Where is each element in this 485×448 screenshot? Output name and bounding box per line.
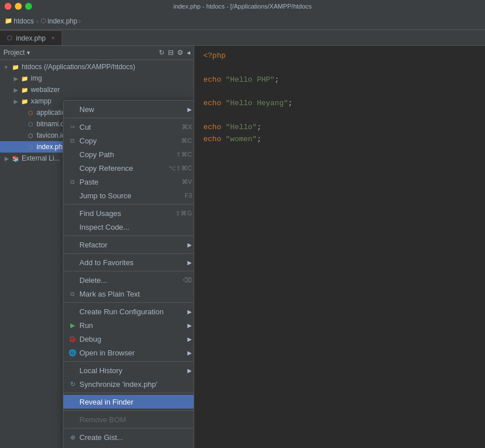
menu-label-run: Run <box>79 321 93 330</box>
file-index-icon: ⬡ <box>26 143 34 151</box>
code-line-4 <box>203 86 476 98</box>
folder-webalizer-icon: 📁 <box>21 86 29 94</box>
window-title: index.php - htdocs - [/Applications/XAMP… <box>173 3 311 10</box>
menu-label-create-run: Create Run Configuration <box>79 307 163 316</box>
context-menu: New ▶ ✂ Cut ⌘X ⧉ Copy ⌘C Copy Path ⇧⌘C <box>63 100 194 448</box>
menu-label-mark-plain: Mark as Plain Text <box>79 290 140 298</box>
menu-item-delete[interactable]: Delete... ⌫ <box>63 273 194 287</box>
menu-item-refactor[interactable]: Refactor ▶ <box>63 238 194 251</box>
cut-icon: ✂ <box>68 123 77 131</box>
tree-label-index: index.php <box>37 143 66 151</box>
menu-arrow-refactor: ▶ <box>187 242 192 248</box>
tree-item-webalizer[interactable]: ▶ 📁 webalizer <box>0 84 194 95</box>
menu-label-local-history: Local History <box>79 366 122 375</box>
panel-dropdown[interactable]: ▾ <box>27 49 30 57</box>
create-gist-icon: ⊕ <box>68 434 77 441</box>
menu-label-copy-reference: Copy Reference <box>79 164 133 173</box>
menu-item-composer[interactable]: Composer ▶ <box>63 444 194 448</box>
tab-icon: ⬡ <box>7 34 13 42</box>
breadcrumb-folder[interactable]: htdocs <box>14 17 34 25</box>
menu-item-debug[interactable]: 🐞 Debug ▶ <box>63 332 194 346</box>
code-line-2 <box>203 62 476 74</box>
menu-label-add-favorites: Add to Favorites <box>79 258 134 267</box>
tree-label-external: External Li... <box>22 154 60 162</box>
menu-item-create-gist[interactable]: ⊕ Create Gist... <box>63 430 194 444</box>
tab-index-php[interactable]: ⬡ index.php × <box>0 30 62 45</box>
code-line-8: echo "women" ; <box>203 134 476 146</box>
folder-xampp-icon: 📁 <box>21 97 29 105</box>
menu-item-run[interactable]: ▶ Run ▶ <box>63 318 194 332</box>
sync-icon: ↻ <box>68 381 77 388</box>
maximize-button[interactable] <box>25 3 32 10</box>
menu-item-copy-reference[interactable]: Copy Reference ⌥⇧⌘C <box>63 161 194 175</box>
breadcrumb-file[interactable]: index.php <box>47 17 77 25</box>
tree-label-img: img <box>31 74 42 82</box>
mark-plain-icon: ⧉ <box>68 290 77 298</box>
menu-shortcut-copy-reference: ⌥⇧⌘C <box>169 165 192 172</box>
menu-sep-10 <box>63 428 194 429</box>
menu-item-jump-source[interactable]: Jump to Source F3 <box>63 189 194 202</box>
toolbar: 📁 htdocs › ⬡ index.php › <box>0 13 485 30</box>
menu-sep-6 <box>63 302 194 303</box>
code-echo-1: echo <box>203 74 221 86</box>
menu-arrow-local-history: ▶ <box>187 367 192 374</box>
code-str-2: "Hello Heyang" <box>226 98 288 110</box>
menu-sep-5 <box>63 271 194 271</box>
menu-arrow-debug: ▶ <box>187 336 192 342</box>
minimize-button[interactable] <box>15 3 22 10</box>
menu-item-mark-plain[interactable]: ⧉ Mark as Plain Text <box>63 287 194 301</box>
close-button[interactable] <box>5 3 11 10</box>
debug-icon: 🐞 <box>68 335 77 343</box>
menu-item-copy-path[interactable]: Copy Path ⇧⌘C <box>63 147 194 161</box>
menu-item-inspect-code[interactable]: Inspect Code... <box>63 220 194 234</box>
code-echo-4: echo <box>203 134 221 146</box>
tab-bar: ⬡ index.php × <box>0 30 485 46</box>
code-echo-2: echo <box>203 98 221 110</box>
tab-close-button[interactable]: × <box>51 35 55 41</box>
collapse-icon[interactable]: ⊟ <box>168 49 174 57</box>
menu-item-cut[interactable]: ✂ Cut ⌘X <box>63 120 194 134</box>
menu-label-open-browser: Open in Browser <box>79 349 135 357</box>
menu-label-cut: Cut <box>79 123 91 131</box>
file-bitnami-icon: ⬡ <box>26 120 34 128</box>
file-favicon-icon: ⬡ <box>26 131 34 139</box>
panel-tools: ↻ ⊟ ⚙ ◂ <box>159 49 190 57</box>
menu-item-paste[interactable]: ⧉ Paste ⌘V <box>63 175 194 189</box>
tree-root[interactable]: ▾ 📁 htdocs (/Applications/XAMPP/htdocs) <box>0 61 194 73</box>
menu-item-add-favorites[interactable]: Add to Favorites ▶ <box>63 255 194 269</box>
sidebar-settings-icon[interactable]: ◂ <box>187 49 190 57</box>
main-layout: Project ▾ ↻ ⊟ ⚙ ◂ ▾ 📁 htdocs (/Applicati… <box>0 46 485 448</box>
menu-label-debug: Debug <box>79 335 101 343</box>
menu-item-local-history[interactable]: Local History ▶ <box>63 363 194 377</box>
code-editor[interactable]: <?php echo "Hello PHP" ; echo "Hello Hey… <box>194 46 485 448</box>
menu-label-create-gist: Create Gist... <box>79 433 123 442</box>
menu-item-create-run[interactable]: Create Run Configuration ▶ <box>63 305 194 318</box>
menu-item-reveal-finder[interactable]: Reveal in Finder <box>63 395 194 409</box>
panel-header: Project ▾ ↻ ⊟ ⚙ ◂ <box>0 46 194 60</box>
tab-label: index.php <box>16 34 46 42</box>
menu-shortcut-copy-path: ⇧⌘C <box>176 151 192 158</box>
tree-item-img[interactable]: ▶ 📁 img <box>0 73 194 84</box>
menu-arrow-create-run: ▶ <box>187 309 192 315</box>
menu-item-new[interactable]: New ▶ <box>63 102 194 116</box>
menu-label-copy-path: Copy Path <box>79 150 114 159</box>
paste-icon: ⧉ <box>68 178 77 186</box>
tree-arrow-img: ▶ <box>14 75 21 82</box>
menu-item-remove-bom: Remove BOM <box>63 413 194 426</box>
menu-item-open-browser[interactable]: 🌐 Open in Browser ▶ <box>63 346 194 359</box>
open-browser-icon: 🌐 <box>68 349 77 357</box>
menu-item-find-usages[interactable]: Find Usages ⇧⌘G <box>63 206 194 220</box>
sync-icon[interactable]: ↻ <box>159 49 165 57</box>
tree-root-label: htdocs (/Applications/XAMPP/htdocs) <box>22 63 135 71</box>
menu-label-synchronize: Synchronize 'index.php' <box>79 380 158 389</box>
tree-label-webalizer: webalizer <box>31 86 60 94</box>
menu-item-synchronize[interactable]: ↻ Synchronize 'index.php' <box>63 377 194 391</box>
tree-arrow: ▾ <box>5 64 11 70</box>
menu-sep-3 <box>63 235 194 236</box>
settings-icon[interactable]: ⚙ <box>177 49 183 57</box>
menu-label-reveal-finder: Reveal in Finder <box>79 398 134 406</box>
menu-sep-8 <box>63 393 194 393</box>
menu-item-copy[interactable]: ⧉ Copy ⌘C <box>63 134 194 147</box>
folder-icon: 📁 <box>11 63 19 71</box>
code-echo-3: echo <box>203 122 221 134</box>
